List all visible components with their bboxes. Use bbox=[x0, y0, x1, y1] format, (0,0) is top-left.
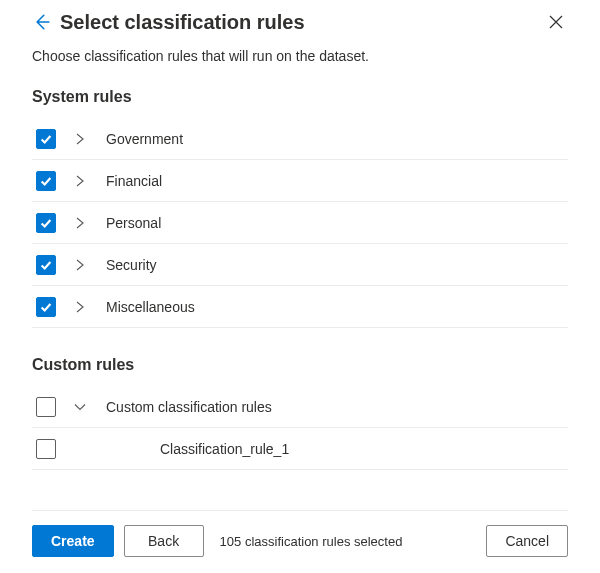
checkbox-personal[interactable] bbox=[36, 213, 56, 233]
rule-row: Government bbox=[32, 118, 568, 160]
rule-label: Classification_rule_1 bbox=[160, 441, 289, 457]
cancel-button[interactable]: Cancel bbox=[486, 525, 568, 557]
rule-label: Security bbox=[106, 257, 157, 273]
rule-row: Custom classification rules bbox=[32, 386, 568, 428]
rule-row: Financial bbox=[32, 160, 568, 202]
rule-row-child: Classification_rule_1 bbox=[32, 428, 568, 470]
chevron-right-icon[interactable] bbox=[74, 175, 88, 187]
rule-label: Miscellaneous bbox=[106, 299, 195, 315]
back-arrow-icon[interactable] bbox=[32, 13, 50, 31]
footer: Create Back 105 classification rules sel… bbox=[32, 510, 568, 573]
panel-header: Select classification rules bbox=[32, 10, 568, 34]
rule-label: Custom classification rules bbox=[106, 399, 272, 415]
panel-description: Choose classification rules that will ru… bbox=[32, 48, 568, 64]
checkbox-government[interactable] bbox=[36, 129, 56, 149]
create-button[interactable]: Create bbox=[32, 525, 114, 557]
selection-status: 105 classification rules selected bbox=[214, 534, 477, 549]
checkbox-security[interactable] bbox=[36, 255, 56, 275]
back-button[interactable]: Back bbox=[124, 525, 204, 557]
checkbox-financial[interactable] bbox=[36, 171, 56, 191]
rule-label: Personal bbox=[106, 215, 161, 231]
close-icon[interactable] bbox=[544, 10, 568, 34]
checkbox-classification-rule-1[interactable] bbox=[36, 439, 56, 459]
custom-rules-heading: Custom rules bbox=[32, 356, 568, 374]
rule-row: Security bbox=[32, 244, 568, 286]
rule-row: Personal bbox=[32, 202, 568, 244]
panel-title: Select classification rules bbox=[60, 11, 534, 34]
rule-row: Miscellaneous bbox=[32, 286, 568, 328]
system-rules-heading: System rules bbox=[32, 88, 568, 106]
chevron-right-icon[interactable] bbox=[74, 259, 88, 271]
chevron-down-icon[interactable] bbox=[74, 401, 88, 413]
checkbox-miscellaneous[interactable] bbox=[36, 297, 56, 317]
chevron-right-icon[interactable] bbox=[74, 217, 88, 229]
rule-label: Government bbox=[106, 131, 183, 147]
chevron-right-icon[interactable] bbox=[74, 133, 88, 145]
checkbox-custom-group[interactable] bbox=[36, 397, 56, 417]
chevron-right-icon[interactable] bbox=[74, 301, 88, 313]
rule-label: Financial bbox=[106, 173, 162, 189]
